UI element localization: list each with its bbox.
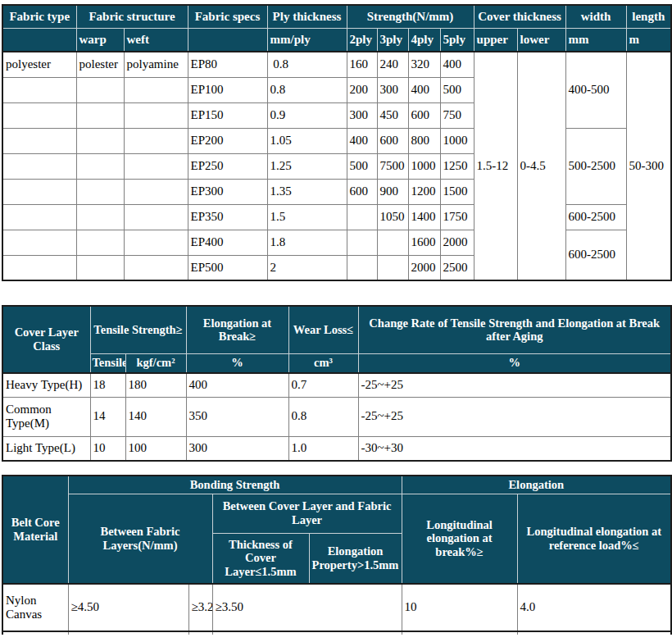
table-header-row: Fabric type Fabric structure Fabric spec… (2, 5, 671, 28)
th-tensile-strength: Tensile Strength≥ (90, 306, 186, 353)
table-cell: 1.0 (288, 436, 358, 461)
table-cell: 1.5 (267, 204, 347, 230)
th-cover-thickness: Cover thickness (474, 5, 565, 28)
table-cell: Common Type(M) (2, 397, 90, 436)
th-tensile: Tensile (90, 353, 125, 373)
table-cell: -25~+25 (358, 373, 671, 397)
cutoff-row (2, 631, 671, 635)
fabric-specs-table: Fabric type Fabric structure Fabric spec… (2, 4, 672, 281)
table-cell: 400 (408, 77, 440, 102)
table-cell: 600 (347, 179, 377, 204)
table-cell (212, 631, 402, 635)
table-cell: 1.25 (267, 153, 347, 179)
th-thickness-cover-layer: Thickness of Cover Layer≤1.5mm (212, 533, 309, 584)
th-bonding-strength: Bonding Strength (68, 476, 402, 494)
table-cell (517, 631, 671, 635)
table-cell: Heavy Type(H) (2, 373, 90, 397)
table-cell: 1.35 (267, 179, 347, 204)
th-mm-per-ply: mm/ply (267, 28, 347, 52)
table-cell: EP500 (188, 255, 267, 280)
th-4ply: 4ply (408, 28, 440, 52)
table-row-nylon-canvas: Nylon Canvas ≥4.50 ≥3.2 ≥3.50 10 4.0 (2, 584, 671, 631)
th-elongation-property: Elongation Property>1.5mm (309, 533, 402, 584)
table-header-row: Cover Layer Class Tensile Strength≥ Elon… (2, 306, 671, 353)
bonding-strength-table: Belt Core Material Bonding Strength Elon… (2, 475, 672, 635)
table-cell (2, 179, 76, 204)
cell-width-range: 400-500 (565, 52, 626, 128)
table-cell (76, 204, 124, 230)
table-header-row: Belt Core Material Bonding Strength Elon… (2, 476, 671, 494)
table-cell: -30~+30 (358, 436, 671, 461)
table-cell: 140 (125, 397, 186, 436)
table-cell: 300 (186, 436, 288, 461)
th-elongation: Elongation (402, 476, 671, 494)
th-blank-fabric-specs (188, 28, 267, 52)
table-cell: 1600 (408, 230, 440, 255)
table-cell: 2000 (440, 230, 474, 255)
table-cell: Nylon Canvas (2, 584, 68, 631)
th-length-unit-m: m (626, 28, 671, 52)
th-width: width (565, 5, 626, 28)
cell-length-range: 50-300 (626, 52, 671, 280)
fabric-specs-table-header: Fabric type Fabric structure Fabric spec… (2, 5, 671, 52)
table-row-ep350: EP350 1.5 1050 1400 1750 600-2500 (2, 204, 671, 230)
table-cell (2, 631, 68, 635)
table-cell: 240 (377, 52, 408, 77)
table-cell: Light Type(L) (2, 436, 90, 461)
th-fabric-structure: Fabric structure (76, 5, 188, 28)
table-cell: 0.8 (288, 397, 358, 436)
table-cell (402, 631, 517, 635)
table-cell: 1500 (440, 179, 474, 204)
table-cell (2, 128, 76, 153)
table-cell: 800 (408, 128, 440, 153)
cell-width-range: 600-2500 (565, 230, 626, 280)
table-cell (124, 255, 188, 280)
th-3ply: 3ply (377, 28, 408, 52)
th-upper: upper (474, 28, 517, 52)
table-row-heavy-type: Heavy Type(H) 18 180 400 0.7 -25~+25 (2, 373, 671, 397)
table-row-common-type: Common Type(M) 14 140 350 0.8 -25~+25 (2, 397, 671, 436)
th-blank-fabric-type (2, 28, 76, 52)
table-cell: EP350 (188, 204, 267, 230)
table-cell: 2 (267, 255, 347, 280)
table-row-light-type: Light Type(L) 10 100 300 1.0 -30~+30 (2, 436, 671, 461)
table-cell (2, 255, 76, 280)
table-cell (347, 255, 377, 280)
th-change-rate-aging: Change Rate of Tensile Strength and Elon… (358, 306, 671, 353)
table-cell: polyamine (124, 52, 188, 77)
table-cell: 600 (377, 128, 408, 153)
table-cell: 0.9 (267, 102, 347, 128)
table-cell (124, 102, 188, 128)
table-cell (76, 77, 124, 102)
th-fabric-specs: Fabric specs (188, 5, 267, 28)
table-cell: 2500 (440, 255, 474, 280)
table-cell: EP80 (188, 52, 267, 77)
th-lower: lower (517, 28, 565, 52)
th-5ply: 5ply (440, 28, 474, 52)
table-row-ep400: EP400 1.8 1600 2000 600-2500 (2, 230, 671, 255)
table-cell: -25~+25 (358, 397, 671, 436)
table-cell: 0.7 (288, 373, 358, 397)
cell-width-range: 600-2500 (565, 204, 626, 230)
table-cell: 1050 (377, 204, 408, 230)
table-cell: 0.8 (267, 52, 347, 77)
table-cell: 10 (402, 584, 517, 631)
th-weft: weft (124, 28, 188, 52)
table-cell: 320 (408, 52, 440, 77)
table-cell: 4.0 (517, 584, 671, 631)
bonding-strength-table-body: Nylon Canvas ≥4.50 ≥3.2 ≥3.50 10 4.0 (2, 584, 671, 635)
table-cell: 100 (125, 436, 186, 461)
table-cell: 450 (377, 102, 408, 128)
table-cell: 10 (90, 436, 125, 461)
table-cell (2, 204, 76, 230)
table-cell: 400 (347, 128, 377, 153)
table-cell (124, 128, 188, 153)
cover-layer-class-table: Cover Layer Class Tensile Strength≥ Elon… (2, 305, 672, 462)
table-cell (76, 255, 124, 280)
table-cell: 160 (347, 52, 377, 77)
table-cell: 500 (440, 77, 474, 102)
table-cell: 0.8 (267, 77, 347, 102)
cover-layer-table-body: Heavy Type(H) 18 180 400 0.7 -25~+25 Com… (2, 373, 671, 461)
th-width-unit-mm: mm (565, 28, 626, 52)
bonding-strength-table-header: Belt Core Material Bonding Strength Elon… (2, 476, 671, 584)
